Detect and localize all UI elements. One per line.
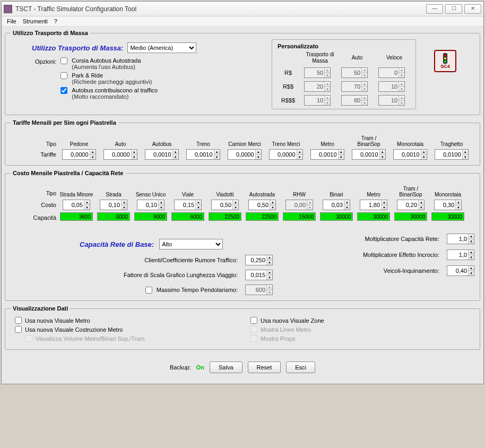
tariffe-label: Tariffe [40, 149, 56, 160]
noise-spin[interactable]: ▲▼ [245, 255, 273, 265]
cost-spin[interactable]: ▲▼ [174, 200, 202, 210]
exit-button[interactable]: Esci [286, 361, 315, 373]
menu-file[interactable]: File [7, 18, 16, 24]
base-cap-label: Capacità Rete di Base: [80, 240, 154, 248]
mult-cap-spin[interactable]: ▲▼ [447, 234, 474, 244]
pollution-spin[interactable]: ▲▼ [447, 265, 474, 276]
tariffe-spin[interactable]: ▲▼ [62, 149, 96, 160]
commute-checkbox[interactable] [145, 287, 152, 294]
capacity-value: 22500 [246, 212, 279, 221]
vis-group: Visualizzazione Dati Usa nuova Visuale M… [5, 305, 480, 350]
cost-spin[interactable]: ▲▼ [137, 200, 164, 210]
scale-spin[interactable]: ▲▼ [245, 270, 273, 280]
cost-hdr: Monorotaia [435, 184, 461, 197]
tariffe-hdr: Monorotaia [397, 133, 423, 147]
cost-legend: Costo Mensile Piastrella / Capacità Rete [11, 170, 125, 176]
tariffe-spin[interactable]: ▲▼ [352, 149, 386, 160]
spin-r2c3[interactable]: ▲▼ [378, 81, 405, 92]
tariffe-spin[interactable]: ▲▼ [435, 149, 469, 160]
tariffe-type: Tipo [46, 133, 56, 147]
custom-title: Personalizzato [278, 43, 410, 49]
capacity-value: 15000 [283, 212, 316, 221]
tariffe-spin[interactable]: ▲▼ [103, 149, 137, 160]
chk-metro-build[interactable] [15, 326, 22, 333]
capacity-value: 6000 [97, 212, 130, 221]
titlebar: TSCT - Traffic Simulator Configuration T… [2, 2, 483, 16]
tariffe-spin[interactable]: ▲▼ [145, 149, 179, 160]
opt-bus-lane-label: Corsia Autobus Autostrada [72, 57, 266, 64]
tariffe-hdr: Auto [115, 133, 126, 147]
capacity-value: 30000 [357, 212, 390, 221]
sc4-logo: SC4 [434, 50, 456, 72]
tariffe-group: Tariffe Mensili per Sim ogni Piastrella … [5, 119, 480, 166]
tariffe-spin[interactable]: ▲▼ [186, 149, 220, 160]
mass-select[interactable]: Medio (America) [127, 42, 196, 53]
tariffe-hdr: Treno Merci [272, 133, 300, 147]
close-button[interactable]: ✕ [464, 4, 481, 14]
capacity-value: 30000 [394, 212, 427, 221]
options-label: Opzioni: [35, 57, 56, 65]
cost-spin[interactable]: ▲▼ [397, 200, 425, 210]
tariffe-hdr: Autobus [152, 133, 172, 147]
mass-title: Utilizzo Trasporto di Massa: [32, 44, 123, 52]
maximize-button[interactable]: ☐ [445, 4, 462, 14]
spin-r3c1[interactable]: ▲▼ [304, 95, 331, 106]
cost-spin[interactable]: ▲▼ [360, 200, 387, 210]
minimize-button[interactable]: — [426, 4, 443, 14]
opt-bus-traffic-label: Autobus contribuiscono al traffico [72, 87, 266, 93]
tariffe-spin[interactable]: ▲▼ [228, 149, 262, 160]
tariffe-hdr: Tram / BinariSop [350, 133, 387, 147]
tariffe-spin[interactable]: ▲▼ [310, 149, 344, 160]
spin-r3c3[interactable]: ▲▼ [378, 95, 405, 106]
opt-park-ride-checkbox[interactable] [60, 72, 67, 79]
cost-spin[interactable]: ▲▼ [323, 200, 350, 210]
cost-spin[interactable]: ▲▼ [248, 200, 276, 210]
vis-legend: Visualizzazione Dati [11, 305, 70, 312]
mass-transit-group: Utilizzo Trasporto di Massa Utilizzo Tra… [5, 30, 480, 115]
tariffe-spin[interactable]: ▲▼ [269, 149, 303, 160]
backup-status: On [196, 364, 204, 371]
menu-tools[interactable]: Strumenti [23, 18, 48, 24]
chk-show-volume [25, 335, 32, 342]
spin-r2c1[interactable]: ▲▼ [304, 81, 331, 92]
cost-spin[interactable]: ▲▼ [63, 200, 90, 210]
cost-spin[interactable]: ▲▼ [211, 200, 239, 210]
mult-inter-label: Moltiplicatore Effetto Incrocio: [363, 252, 443, 258]
mult-cap-label: Moltiplicatore Capacità Rete: [365, 236, 443, 242]
pollution-label: Veicoli-Inquinamento: [384, 268, 443, 274]
cost-hdr: Tram / BinariSop [394, 184, 428, 197]
cost-hdr: Autostrada [249, 184, 275, 197]
save-button[interactable]: Salva [210, 361, 242, 373]
spin-r1c1[interactable]: ▲▼ [304, 67, 331, 78]
opt-bus-traffic-sub: (Molto raccomandato) [72, 93, 266, 100]
opt-park-ride-label: Park & Ride [72, 72, 266, 79]
tariffe-spin[interactable]: ▲▼ [393, 149, 427, 160]
tariffe-hdr: Metro [321, 133, 334, 147]
cost-spin[interactable]: ▲▼ [100, 200, 127, 210]
spin-r3c2[interactable]: ▲▼ [341, 95, 368, 106]
cost-spin[interactable]: ▲▼ [285, 200, 313, 210]
capacity-value: 30000 [320, 212, 353, 221]
opt-bus-lane-checkbox[interactable] [60, 57, 67, 64]
capacity-value: 3600 [60, 212, 93, 221]
tariffe-hdr: Treno [196, 133, 210, 147]
spin-r1c3[interactable]: ▲▼ [378, 67, 405, 78]
cost-hdr: Viadotti [216, 184, 233, 197]
spin-r1c2[interactable]: ▲▼ [341, 67, 368, 78]
cost-type: Tipo [46, 183, 56, 196]
opt-bus-lane-sub: (Aumenta l'uso Autobus) [72, 64, 266, 70]
mult-inter-spin[interactable]: ▲▼ [447, 249, 474, 260]
cost-label: Costo [41, 200, 56, 210]
opt-bus-traffic-checkbox[interactable] [60, 87, 67, 94]
cost-hdr: Viale [182, 184, 194, 197]
reset-button[interactable]: Reset [248, 361, 281, 373]
mass-legend: Utilizzo Trasporto di Massa [11, 30, 90, 36]
chk-zone-view[interactable] [250, 317, 257, 324]
chk-metro-view[interactable] [15, 317, 22, 324]
commute-spin[interactable]: ▲▼ [245, 285, 273, 295]
opt-park-ride-sub: (Richiede parcheggi aggiuntivi) [72, 79, 266, 85]
cost-spin[interactable]: ▲▼ [434, 200, 462, 210]
menu-help[interactable]: ? [54, 18, 57, 24]
base-cap-select[interactable]: Alto [159, 239, 223, 249]
spin-r2c2[interactable]: ▲▼ [341, 81, 368, 92]
